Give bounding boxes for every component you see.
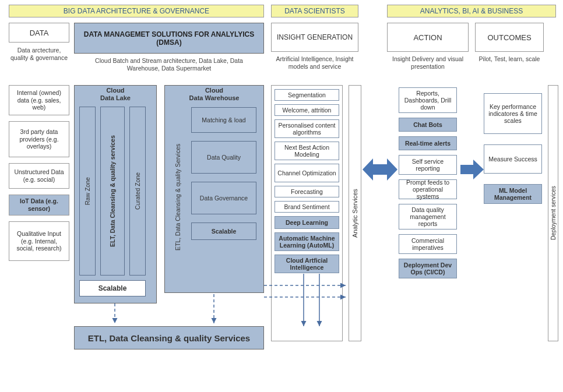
outcome-item-0: Key performance indicatores & time scale… — [484, 93, 542, 134]
sub-outcomes: Pilot, Test, learn, scale — [475, 55, 544, 63]
data-source-1: 3rd party data providers (e.g. overlays) — [9, 121, 69, 157]
insight-item-1: Welcome, attrition — [275, 104, 339, 116]
header-bigdata: BIG DATA ARCHITECTURE & GOVERNANCE — [9, 5, 264, 17]
data-source-3: IoT Data (e.g. sensor) — [9, 195, 69, 216]
sub-action: Insight Delivery and visual presentation — [387, 55, 469, 70]
sub-dmsa: Cloud Batch and Stream architecture, Dat… — [90, 57, 248, 72]
action-item-4: Prompt feeds to operational systems — [399, 179, 457, 199]
title-insight: INSIGHT GENERATION — [271, 23, 358, 52]
header-scientists: DATA SCIENTISTS — [271, 5, 358, 17]
wh-etl: ETL, Data Cleansing & quality Services — [170, 107, 186, 287]
insight-item-3: Next Best Action Modeling — [275, 142, 339, 160]
pill-dashed-arrows — [264, 274, 363, 344]
insight-item-4: Channel Optimization — [275, 164, 339, 182]
action-item-0: Reports, Dashboards, Drill down — [399, 87, 457, 113]
action-item-2: Real-time alerts — [399, 136, 457, 150]
title-outcomes: OUTCOMES — [475, 23, 544, 52]
raw-zone: Raw Zone — [79, 107, 96, 276]
title-data: DATA — [9, 23, 69, 43]
dashed-arrows — [74, 294, 264, 329]
sub-insight: Artrificial Intelligence, Insight models… — [271, 55, 358, 70]
action-item-7: Deployment Dev Ops (CI/CD) — [399, 259, 457, 278]
cloud-data-lake: Cloud Data Lake Raw Zone ELT, Data Clean… — [74, 85, 157, 303]
double-arrow-icon — [363, 151, 397, 188]
action-item-3: Self service reporting — [399, 155, 457, 175]
insight-item-0: Segmentation — [275, 89, 339, 101]
outcome-item-2: ML Model Management — [484, 184, 542, 204]
deployment-services: Deployment services — [548, 85, 558, 341]
header-analytics: ANALYTICS, BI, AI & BUSINESS — [387, 5, 556, 17]
data-source-2: Unstructured Data (e.g. social) — [9, 163, 69, 189]
insight-item-9: Cloud Artficial Intelligence — [275, 255, 339, 273]
title-dmsa: DATA MANAGEMET SOLUTIONS FOR ANALYLYICS … — [74, 23, 264, 54]
etl-bar: ETL, Data Cleansing & quality Services — [74, 326, 264, 349]
insight-item-5: Forecasting — [275, 186, 339, 197]
action-item-1: Chat Bots — [399, 118, 457, 132]
wh-box-3: Scalable — [191, 223, 256, 240]
sub-data: Data arctecture, quality & governance — [9, 47, 69, 62]
insight-item-7: Deep Learning — [275, 216, 339, 229]
curated-zone: Curated Zone — [129, 107, 146, 276]
action-item-6: Commercial imperatives — [399, 234, 457, 254]
cloud-lake-title: Cloud Data Lake — [75, 86, 156, 104]
insight-item-2: Personalised content algorithms — [275, 119, 339, 138]
insight-item-8: Automatic Machine Learning (AutoML) — [275, 232, 339, 251]
wh-box-1: Data Quality — [191, 141, 256, 174]
title-action: ACTION — [387, 23, 469, 52]
wh-box-0: Matching & load — [191, 107, 256, 133]
outcome-item-1: Measure Success — [484, 144, 542, 174]
arrow-right-icon — [460, 158, 484, 181]
action-item-5: Data quality management reports — [399, 204, 457, 229]
title-dmsa-line2: (DMSA) — [156, 38, 181, 47]
title-dmsa-line1: DATA MANAGEMET SOLUTIONS FOR ANALYLYICS — [84, 30, 254, 38]
wh-box-2: Data Governance — [191, 182, 256, 214]
insight-item-6: Brand Sentiment — [275, 201, 339, 213]
cloud-wh-title: Cloud Data Warehouse — [165, 86, 263, 104]
data-source-4: Qualitative Input (e.g. Internal, social… — [9, 221, 69, 261]
elt-services: ELT, Data Cleansing & quality services — [100, 107, 125, 276]
data-source-0: Internal (owned) data (e.g. sales, web) — [9, 85, 69, 115]
